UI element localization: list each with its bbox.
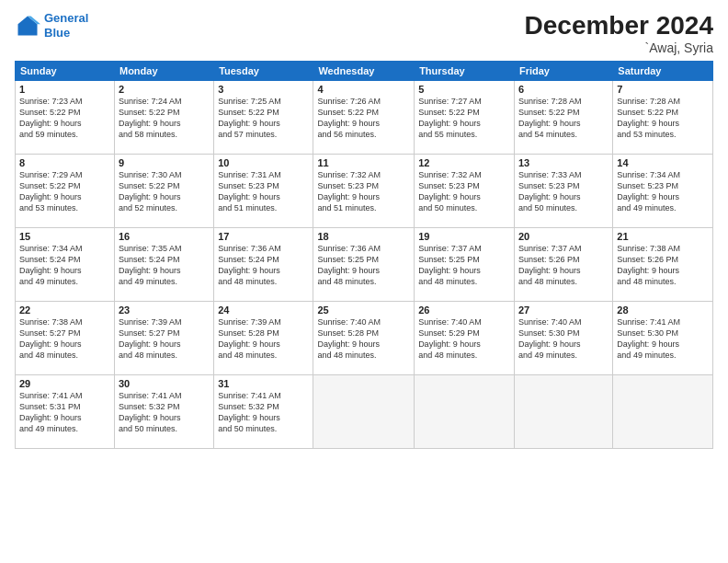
day-number: 15 <box>19 231 110 242</box>
calendar-cell: 2Sunrise: 7:24 AM Sunset: 5:22 PM Daylig… <box>114 81 213 155</box>
day-number: 5 <box>418 84 510 95</box>
day-info: Sunrise: 7:24 AM Sunset: 5:22 PM Dayligh… <box>119 96 210 141</box>
day-number: 30 <box>119 378 210 389</box>
day-info: Sunrise: 7:38 AM Sunset: 5:27 PM Dayligh… <box>19 316 110 362</box>
day-info: Sunrise: 7:40 AM Sunset: 5:28 PM Dayligh… <box>317 316 410 362</box>
calendar-cell: 5Sunrise: 7:27 AM Sunset: 5:22 PM Daylig… <box>415 81 515 155</box>
day-number: 27 <box>518 304 609 316</box>
logo-text: General Blue <box>44 11 88 40</box>
calendar-cell: 22Sunrise: 7:38 AM Sunset: 5:27 PM Dayli… <box>16 302 115 375</box>
day-number: 20 <box>518 231 609 242</box>
day-info: Sunrise: 7:32 AM Sunset: 5:23 PM Dayligh… <box>418 169 510 214</box>
calendar-cell: 11Sunrise: 7:32 AM Sunset: 5:23 PM Dayli… <box>313 155 415 228</box>
day-number: 26 <box>418 304 510 316</box>
calendar-cell: 24Sunrise: 7:39 AM Sunset: 5:28 PM Dayli… <box>214 302 313 375</box>
calendar-cell: 6Sunrise: 7:28 AM Sunset: 5:22 PM Daylig… <box>514 81 612 155</box>
day-info: Sunrise: 7:28 AM Sunset: 5:22 PM Dayligh… <box>518 96 609 141</box>
day-number: 21 <box>617 231 709 242</box>
day-info: Sunrise: 7:23 AM Sunset: 5:22 PM Dayligh… <box>19 96 110 141</box>
day-number: 22 <box>19 304 110 316</box>
week-row-1: 1Sunrise: 7:23 AM Sunset: 5:22 PM Daylig… <box>16 81 713 155</box>
calendar-cell: 7Sunrise: 7:28 AM Sunset: 5:22 PM Daylig… <box>613 81 713 155</box>
calendar-cell <box>313 375 415 449</box>
day-info: Sunrise: 7:26 AM Sunset: 5:22 PM Dayligh… <box>317 96 410 141</box>
calendar-header: SundayMondayTuesdayWednesdayThursdayFrid… <box>16 62 713 81</box>
calendar-cell: 21Sunrise: 7:38 AM Sunset: 5:26 PM Dayli… <box>613 228 713 302</box>
day-info: Sunrise: 7:39 AM Sunset: 5:27 PM Dayligh… <box>119 316 210 362</box>
header-row: SundayMondayTuesdayWednesdayThursdayFrid… <box>16 62 713 81</box>
calendar-cell: 29Sunrise: 7:41 AM Sunset: 5:31 PM Dayli… <box>16 375 115 449</box>
day-info: Sunrise: 7:37 AM Sunset: 5:25 PM Dayligh… <box>418 243 510 288</box>
day-info: Sunrise: 7:31 AM Sunset: 5:23 PM Dayligh… <box>218 169 309 214</box>
svg-marker-0 <box>18 16 38 35</box>
day-info: Sunrise: 7:41 AM Sunset: 5:30 PM Dayligh… <box>617 316 709 362</box>
calendar-cell: 1Sunrise: 7:23 AM Sunset: 5:22 PM Daylig… <box>16 81 115 155</box>
calendar-cell <box>613 375 713 449</box>
week-row-2: 8Sunrise: 7:29 AM Sunset: 5:22 PM Daylig… <box>16 155 713 228</box>
day-number: 25 <box>317 304 410 316</box>
calendar-cell <box>514 375 612 449</box>
calendar-cell: 10Sunrise: 7:31 AM Sunset: 5:23 PM Dayli… <box>214 155 313 228</box>
calendar-cell: 25Sunrise: 7:40 AM Sunset: 5:28 PM Dayli… <box>313 302 415 375</box>
day-number: 9 <box>119 157 210 168</box>
calendar-cell: 18Sunrise: 7:36 AM Sunset: 5:25 PM Dayli… <box>313 228 415 302</box>
day-info: Sunrise: 7:41 AM Sunset: 5:32 PM Dayligh… <box>119 390 210 435</box>
page: General Blue December 2024 `Awaj, Syria … <box>0 0 728 563</box>
calendar-cell: 19Sunrise: 7:37 AM Sunset: 5:25 PM Dayli… <box>415 228 515 302</box>
day-info: Sunrise: 7:25 AM Sunset: 5:22 PM Dayligh… <box>218 96 309 141</box>
logo: General Blue <box>15 11 88 40</box>
day-info: Sunrise: 7:35 AM Sunset: 5:24 PM Dayligh… <box>119 243 210 288</box>
logo-general: General <box>44 11 88 25</box>
day-info: Sunrise: 7:41 AM Sunset: 5:31 PM Dayligh… <box>19 390 110 435</box>
day-info: Sunrise: 7:36 AM Sunset: 5:25 PM Dayligh… <box>317 243 410 288</box>
day-number: 12 <box>418 157 510 168</box>
day-number: 11 <box>317 157 410 168</box>
calendar-cell: 8Sunrise: 7:29 AM Sunset: 5:22 PM Daylig… <box>16 155 115 228</box>
month-title: December 2024 <box>525 11 713 40</box>
day-number: 10 <box>218 157 309 168</box>
day-info: Sunrise: 7:27 AM Sunset: 5:22 PM Dayligh… <box>418 96 510 141</box>
calendar-cell: 3Sunrise: 7:25 AM Sunset: 5:22 PM Daylig… <box>214 81 313 155</box>
day-header-sunday: Sunday <box>16 62 115 81</box>
day-number: 18 <box>317 231 410 242</box>
day-number: 23 <box>119 304 210 316</box>
day-info: Sunrise: 7:33 AM Sunset: 5:23 PM Dayligh… <box>518 169 609 214</box>
calendar-cell: 26Sunrise: 7:40 AM Sunset: 5:29 PM Dayli… <box>415 302 515 375</box>
title-block: December 2024 `Awaj, Syria <box>525 11 713 55</box>
logo-icon <box>15 13 40 39</box>
day-number: 28 <box>617 304 709 316</box>
day-number: 2 <box>119 84 210 95</box>
calendar-cell: 15Sunrise: 7:34 AM Sunset: 5:24 PM Dayli… <box>16 228 115 302</box>
calendar-cell: 17Sunrise: 7:36 AM Sunset: 5:24 PM Dayli… <box>214 228 313 302</box>
header: General Blue December 2024 `Awaj, Syria <box>15 11 713 55</box>
week-row-3: 15Sunrise: 7:34 AM Sunset: 5:24 PM Dayli… <box>16 228 713 302</box>
calendar-cell: 23Sunrise: 7:39 AM Sunset: 5:27 PM Dayli… <box>114 302 213 375</box>
day-number: 4 <box>317 84 410 95</box>
day-number: 16 <box>119 231 210 242</box>
location: `Awaj, Syria <box>525 40 713 55</box>
calendar-cell: 14Sunrise: 7:34 AM Sunset: 5:23 PM Dayli… <box>613 155 713 228</box>
day-info: Sunrise: 7:39 AM Sunset: 5:28 PM Dayligh… <box>218 316 309 362</box>
day-header-tuesday: Tuesday <box>214 62 313 81</box>
day-info: Sunrise: 7:34 AM Sunset: 5:23 PM Dayligh… <box>617 169 709 214</box>
calendar-body: 1Sunrise: 7:23 AM Sunset: 5:22 PM Daylig… <box>16 81 713 449</box>
day-number: 7 <box>617 84 709 95</box>
day-info: Sunrise: 7:29 AM Sunset: 5:22 PM Dayligh… <box>19 169 110 214</box>
day-number: 19 <box>418 231 510 242</box>
day-header-saturday: Saturday <box>613 62 713 81</box>
calendar-cell <box>415 375 515 449</box>
calendar-cell: 9Sunrise: 7:30 AM Sunset: 5:22 PM Daylig… <box>114 155 213 228</box>
day-info: Sunrise: 7:41 AM Sunset: 5:32 PM Dayligh… <box>218 390 309 435</box>
day-number: 29 <box>19 378 110 389</box>
day-number: 14 <box>617 157 709 168</box>
calendar-cell: 27Sunrise: 7:40 AM Sunset: 5:30 PM Dayli… <box>514 302 612 375</box>
calendar-cell: 12Sunrise: 7:32 AM Sunset: 5:23 PM Dayli… <box>415 155 515 228</box>
logo-blue: Blue <box>44 26 88 40</box>
day-info: Sunrise: 7:30 AM Sunset: 5:22 PM Dayligh… <box>119 169 210 214</box>
day-info: Sunrise: 7:37 AM Sunset: 5:26 PM Dayligh… <box>518 243 609 288</box>
day-info: Sunrise: 7:32 AM Sunset: 5:23 PM Dayligh… <box>317 169 410 214</box>
calendar-cell: 13Sunrise: 7:33 AM Sunset: 5:23 PM Dayli… <box>514 155 612 228</box>
day-info: Sunrise: 7:34 AM Sunset: 5:24 PM Dayligh… <box>19 243 110 288</box>
day-number: 6 <box>518 84 609 95</box>
calendar-cell: 4Sunrise: 7:26 AM Sunset: 5:22 PM Daylig… <box>313 81 415 155</box>
